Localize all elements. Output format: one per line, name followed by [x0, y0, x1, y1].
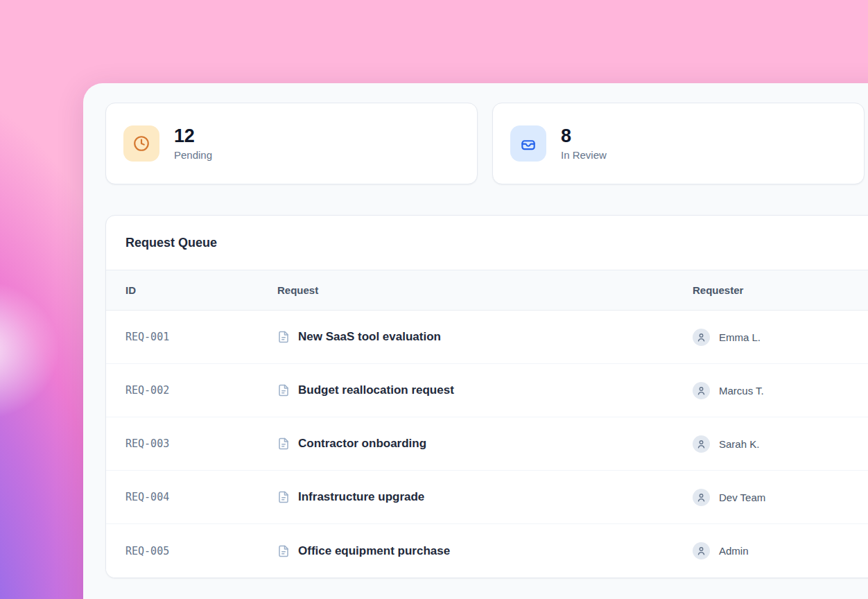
request-cell: Budget reallocation request	[258, 364, 673, 417]
stat-label-in-review: In Review	[561, 149, 607, 161]
requester-cell: Marcus T.	[673, 364, 868, 417]
requester-name: Admin	[719, 545, 749, 557]
main-panel: 12 Pending 8 In Review Request Queue ID …	[83, 83, 868, 599]
stat-card-in-review: 8 In Review	[492, 103, 865, 184]
request-queue-card: Request Queue ID Request Requester REQ-0…	[105, 215, 868, 578]
inbox-icon	[510, 125, 546, 162]
request-cell: Office equipment purchase	[258, 524, 673, 578]
table-row[interactable]: REQ-004 Infrastructure upgrade Dev Team	[106, 471, 868, 524]
file-text-icon	[277, 545, 290, 557]
table-header-row: ID Request Requester	[106, 270, 868, 311]
stat-text: 12 Pending	[174, 126, 212, 162]
stats-row: 12 Pending 8 In Review	[105, 103, 868, 184]
request-id: REQ-004	[106, 471, 258, 523]
request-id: REQ-001	[106, 311, 258, 363]
file-text-icon	[277, 437, 290, 450]
request-title: Contractor onboarding	[298, 437, 426, 451]
file-text-icon	[277, 331, 290, 343]
request-cell: New SaaS tool evaluation	[258, 311, 673, 363]
column-header-requester: Requester	[673, 270, 868, 310]
requester-name: Marcus T.	[719, 385, 764, 397]
request-title: Office equipment purchase	[298, 544, 450, 558]
request-cell: Contractor onboarding	[258, 417, 673, 470]
request-cell: Infrastructure upgrade	[258, 471, 673, 523]
request-title: Infrastructure upgrade	[298, 490, 424, 504]
requester-cell: Emma L.	[673, 311, 868, 363]
user-icon	[693, 329, 710, 346]
file-text-icon	[277, 491, 290, 503]
user-icon	[693, 489, 710, 506]
stat-value-in-review: 8	[561, 126, 607, 147]
stat-text: 8 In Review	[561, 126, 607, 162]
request-title: New SaaS tool evaluation	[298, 330, 441, 344]
request-id: REQ-003	[106, 417, 258, 470]
clock-icon	[123, 125, 159, 162]
table-row[interactable]: REQ-001 New SaaS tool evaluation Emma L.	[106, 311, 868, 364]
requester-cell: Sarah K.	[673, 417, 868, 470]
requester-cell: Dev Team	[673, 471, 868, 523]
request-id: REQ-002	[106, 364, 258, 417]
file-text-icon	[277, 384, 290, 397]
request-id: REQ-005	[106, 524, 258, 578]
column-header-request: Request	[258, 270, 673, 310]
stat-card-pending: 12 Pending	[105, 103, 478, 184]
requester-name: Sarah K.	[719, 438, 759, 450]
table-title: Request Queue	[106, 216, 868, 270]
table-row[interactable]: REQ-003 Contractor onboarding Sarah K.	[106, 417, 868, 471]
table-row[interactable]: REQ-005 Office equipment purchase Admin	[106, 524, 868, 578]
requester-cell: Admin	[673, 524, 868, 578]
user-icon	[693, 382, 710, 399]
column-header-id: ID	[106, 270, 258, 310]
request-title: Budget reallocation request	[298, 383, 454, 397]
table-body: REQ-001 New SaaS tool evaluation Emma L.	[106, 311, 868, 578]
stat-value-pending: 12	[174, 126, 212, 147]
requester-name: Dev Team	[719, 492, 765, 503]
user-icon	[693, 435, 710, 453]
requester-name: Emma L.	[719, 331, 761, 343]
user-icon	[693, 542, 710, 559]
table-row[interactable]: REQ-002 Budget reallocation request Marc…	[106, 364, 868, 417]
stat-label-pending: Pending	[174, 149, 212, 161]
